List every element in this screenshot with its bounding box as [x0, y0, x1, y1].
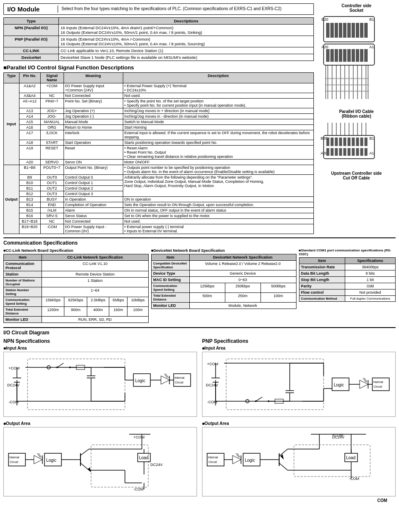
- rs232-section: ■Standard COM1 port communication specif…: [299, 248, 396, 302]
- svg-text:Internal: Internal: [373, 380, 383, 383]
- svg-text:Logic: Logic: [46, 458, 56, 463]
- npn-output-svg: Internal Circuit Logic: [6, 430, 193, 493]
- npn-input-svg: +COM DC24V -COM: [6, 355, 193, 414]
- svg-rect-182: [372, 378, 389, 391]
- dn-item-header: Item: [151, 254, 189, 261]
- comm-specs-section: Communication Specifications ■CC-Link Ne…: [3, 237, 396, 323]
- input-row-9: A18 START Start Operation Starts positio…: [4, 140, 314, 146]
- pnp-title: PNP Specifications: [202, 338, 396, 344]
- pnp-type: PNP (Parallel I/O): [4, 36, 59, 47]
- output-row-7: B14 END Completion of Operation Sets the…: [4, 202, 314, 208]
- npn-output-diagram: Internal Circuit Logic: [3, 427, 197, 496]
- pnp-desc: 16 Inputs (External DC24V±10%, 4mA /-Com…: [59, 36, 314, 47]
- svg-text:A1: A1: [369, 151, 374, 155]
- devicenet-table: Item DeviceNet Network Specification Com…: [151, 254, 296, 309]
- svg-text:-COM: -COM: [133, 487, 144, 491]
- devicenet-type: DeviceNet: [4, 54, 59, 61]
- svg-marker-131: [88, 467, 91, 472]
- input-row-2: A3&A4 NC Not Connected Not used.: [4, 93, 314, 99]
- input-row-5: A14 JOG- Jog Operation (-) Inching/Jog m…: [4, 114, 314, 119]
- svg-text:DC24V: DC24V: [206, 383, 218, 387]
- cclink-table: Item CC-Link Network Specification Commu…: [3, 254, 149, 323]
- npn-title: NPN Specifications: [3, 338, 197, 344]
- svg-point-90: [56, 367, 58, 368]
- rs232-item-header: Item: [299, 258, 345, 264]
- svg-text:DC24V: DC24V: [7, 383, 19, 387]
- input-row-1: Input A1&A2 +COM I/O Power Supply Input …: [4, 83, 314, 93]
- npn-desc: 16 Inputs (External DC24V±10%, 4mA drain…: [59, 25, 314, 36]
- input-row-3: A5~A12 PIN0~7 Point No. Set (Binary) • S…: [4, 99, 314, 108]
- upstream-connector-diagram: B20 B1 A20 A1: [319, 123, 393, 169]
- svg-rect-116: [8, 453, 25, 466]
- pnp-specs: PNP Specifications ■Input Area +COM DC24…: [202, 338, 396, 496]
- io-module-desc: Select from the four types matching to t…: [61, 6, 282, 12]
- output-row-2: B9 OUT0 Control Output 0 Arbitrarily all…: [4, 175, 314, 180]
- svg-rect-112: [174, 374, 191, 386]
- controller-socket-diagram: B20 B1 A20 A1: [319, 14, 393, 108]
- svg-text:Load: Load: [139, 455, 148, 460]
- output-row-10: B17~B18 NC Not Connected Not used.: [4, 219, 314, 224]
- pin-a1a2: A1&A2: [19, 83, 40, 93]
- svg-text:B1: B1: [369, 17, 374, 22]
- svg-text:Internal: Internal: [9, 456, 19, 459]
- svg-point-161: [255, 400, 257, 402]
- svg-rect-39: [325, 84, 369, 85]
- svg-text:Logic: Logic: [135, 378, 145, 383]
- output-row-1: Output B1~B8 POUT0~7 Output Point No. (B…: [4, 165, 314, 175]
- parallel-cable-label: Parallel I/O Cable(Ribbon cable): [339, 109, 374, 119]
- rs232-title: ■Standard COM1 port communication specif…: [299, 248, 396, 256]
- svg-text:Logic: Logic: [334, 383, 344, 387]
- svg-text:A20: A20: [321, 45, 328, 49]
- npn-input-title: ■Input Area: [3, 346, 197, 350]
- svg-text:B20: B20: [321, 17, 328, 22]
- svg-text:Internal: Internal: [175, 376, 185, 379]
- comm-specs-title: Communication Specifications: [3, 240, 396, 246]
- npn-output-title: ■Output Area: [3, 421, 197, 426]
- th-signal: Signal Name: [40, 73, 64, 83]
- devicenet-section: ■DeviceNet Network Board Specification I…: [151, 248, 296, 309]
- desc-com: • External Power Supply (+) Terminal• DC…: [123, 83, 314, 93]
- svg-line-129: [80, 449, 89, 455]
- svg-text:A1: A1: [369, 45, 374, 49]
- input-row-10: A19 RESET Reset • Reset Alarm• Reset Poi…: [4, 146, 314, 160]
- output-row-8: B15 /ALM Alarm ON in normal status, OFF …: [4, 208, 314, 213]
- svg-text:Circuit: Circuit: [175, 381, 183, 384]
- input-row-7: A16 ORG Return to Home Start Homing: [4, 125, 314, 130]
- npn-input-diagram: +COM DC24V -COM: [3, 352, 197, 417]
- svg-text:Load: Load: [346, 455, 355, 460]
- svg-rect-186: [207, 453, 224, 466]
- output-row-6: B13 BUSY In Operation ON in operation: [4, 197, 314, 202]
- pnp-input-diagram: +COM DC24V -COM: [202, 352, 396, 417]
- right-column: Controller sideSocket B20 B1: [317, 3, 396, 234]
- pnp-row: PNP (Parallel I/O) 16 Inputs (External D…: [4, 36, 314, 47]
- svg-line-130: [80, 463, 89, 470]
- cclink-row: CC-LINK CC-Link applicable to Ver1.10, R…: [4, 47, 314, 54]
- npn-row: NPN (Parallel I/O) 16 Inputs (External D…: [4, 25, 314, 36]
- signal-com: +COM: [40, 83, 64, 93]
- th-type: Type: [4, 73, 19, 83]
- svg-text:Logic: Logic: [245, 458, 255, 463]
- input-row-4: A13 JOG+ Jog Operation (+) Inching/Jog m…: [4, 108, 314, 114]
- devicenet-title: ■DeviceNet Network Board Specification: [151, 248, 296, 253]
- io-module-header: I/O Module Select from the four types ma…: [3, 3, 314, 15]
- svg-text:+COM: +COM: [133, 435, 144, 439]
- svg-line-160: [256, 397, 262, 401]
- page-container: I/O Module Select from the four types ma…: [0, 0, 399, 506]
- svg-text:Circuit: Circuit: [208, 460, 217, 463]
- upstream-controller-label: Upstream Controller sideCut Off Cable: [331, 171, 382, 180]
- bottom-com-text: COM: [3, 498, 396, 503]
- svg-line-199: [279, 449, 288, 456]
- svg-text:DC24V: DC24V: [150, 463, 163, 467]
- npn-specs: NPN Specifications ■Input Area +COM DC24…: [3, 338, 197, 496]
- svg-rect-213: [294, 445, 370, 477]
- output-group-label: Output: [4, 165, 19, 234]
- cclink-section: ■CC-Link Network Board Specification Ite…: [3, 248, 149, 323]
- rs232-table: Item Specifications Transmission Rate 38…: [299, 257, 396, 302]
- svg-text:B1: B1: [369, 136, 374, 141]
- desc-col-header: Descriptions: [59, 18, 314, 25]
- pnp-input-svg: +COM DC24V -COM: [205, 355, 391, 414]
- input-group-label: Input: [4, 83, 19, 165]
- input-row-11: A20 SERVO Servo ON Motor ON/OFF: [4, 160, 314, 165]
- cclink-item-header: Item: [4, 254, 42, 261]
- type-col-header: Type: [4, 18, 59, 25]
